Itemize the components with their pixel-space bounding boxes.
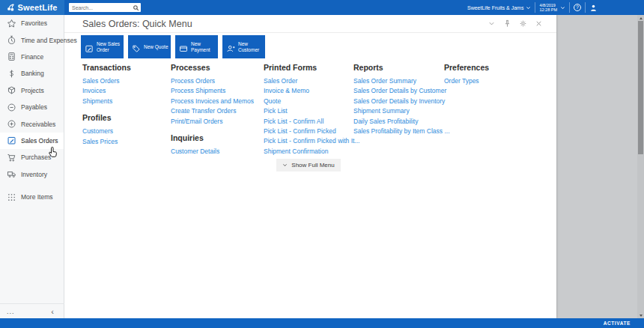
close-icon[interactable] bbox=[535, 19, 543, 28]
edit-icon bbox=[7, 136, 16, 145]
menu-column: ProcessesProcess OrdersProcess Shipments… bbox=[171, 63, 254, 163]
logo-text: SweetLife bbox=[17, 3, 57, 12]
tile-new-payment[interactable]: New Payment bbox=[175, 35, 218, 58]
sidebar-item-label: Payables bbox=[21, 103, 47, 111]
menu-section-title: Transactions bbox=[82, 63, 131, 72]
chevron-down-icon[interactable] bbox=[487, 19, 496, 28]
menu-link[interactable]: Customer Details bbox=[171, 147, 254, 157]
menu-link[interactable]: Pick List bbox=[264, 106, 359, 116]
tile-new-quote[interactable]: New Quote bbox=[128, 35, 171, 58]
cart-icon bbox=[7, 153, 16, 163]
gear-icon[interactable] bbox=[519, 19, 527, 28]
menu-link[interactable]: Print/Email Orders bbox=[171, 117, 254, 127]
scroll-up-icon[interactable] bbox=[637, 15, 644, 21]
show-full-menu-button[interactable]: Show Full Menu bbox=[276, 159, 341, 171]
datetime-selector[interactable]: 4/8/201912:28 PM bbox=[539, 3, 565, 12]
menu-link[interactable]: Process Invoices and Memos bbox=[171, 97, 254, 106]
menu-link[interactable]: Customers bbox=[82, 127, 131, 136]
sidebar-item-label: Projects bbox=[21, 87, 44, 94]
sidebar-item-more-items[interactable]: More Items bbox=[0, 189, 64, 205]
sidebar-item-favorites[interactable]: Favorites bbox=[0, 15, 64, 31]
menu-link[interactable]: Invoices bbox=[82, 86, 131, 96]
sidebar-item-payables[interactable]: Payables bbox=[0, 99, 64, 115]
company-name: SweetLife Fruits & Jams bbox=[467, 5, 523, 10]
scrollbar-thumb[interactable] bbox=[638, 21, 643, 154]
collapse-sidebar-icon[interactable]: ‹ bbox=[51, 307, 54, 316]
clock-icon bbox=[7, 35, 16, 45]
quick-menu-panel: Sales Orders: Quick Menu New Sales Order… bbox=[64, 15, 556, 318]
time-text: 12:28 PM bbox=[539, 7, 557, 12]
menu-section-profiles: ProfilesCustomersSales Prices bbox=[82, 113, 131, 147]
tile-new-customer[interactable]: New Customer bbox=[222, 35, 265, 58]
sidebar-item-time-and-expenses[interactable]: Time and Expenses bbox=[0, 31, 64, 48]
tile-label: New Quote bbox=[144, 44, 168, 50]
sidebar-item-sales-orders[interactable]: Sales Orders bbox=[0, 133, 64, 149]
minus-circle-icon bbox=[7, 103, 16, 112]
grid-icon bbox=[7, 192, 16, 202]
more-options-icon[interactable]: ... bbox=[7, 308, 15, 315]
menu-link[interactable]: Shipment Summary bbox=[353, 106, 450, 116]
menu-link[interactable]: Shipments bbox=[82, 97, 131, 106]
menu-link[interactable]: Process Orders bbox=[171, 76, 254, 86]
sidebar-item-finance[interactable]: Finance bbox=[0, 49, 64, 65]
divider bbox=[535, 2, 535, 13]
user-plus-icon bbox=[226, 43, 235, 52]
menu-link[interactable]: Process Shipments bbox=[171, 86, 254, 96]
company-selector[interactable]: SweetLife Fruits & Jams bbox=[467, 5, 531, 10]
menu-link[interactable]: Pick List - Confirm Picked with It... bbox=[264, 136, 359, 146]
menu-section-title: Processes bbox=[171, 63, 254, 72]
menu-link[interactable]: Quote bbox=[264, 97, 359, 106]
menu-link[interactable]: Sales Prices bbox=[82, 137, 131, 147]
menu-section-inquiries: InquiriesCustomer Details bbox=[171, 133, 254, 157]
sidebar-item-receivables[interactable]: Receivables bbox=[0, 115, 64, 132]
sidebar-item-label: Sales Orders bbox=[21, 137, 58, 145]
plus-circle-icon bbox=[7, 119, 16, 129]
pin-icon[interactable] bbox=[503, 19, 511, 28]
menu-link[interactable]: Sales Profitability by Item Class ... bbox=[353, 127, 450, 136]
topbar-right: SweetLife Fruits & Jams 4/8/201912:28 PM… bbox=[467, 0, 644, 15]
menu-link[interactable]: Create Transfer Orders bbox=[171, 106, 254, 116]
app-logo[interactable]: SweetLife bbox=[0, 0, 64, 15]
menu-link[interactable]: Sales Order bbox=[264, 76, 359, 86]
sidebar-item-banking[interactable]: Banking bbox=[0, 65, 64, 82]
edit-icon bbox=[85, 43, 94, 52]
menu-section-processes: ProcessesProcess OrdersProcess Shipments… bbox=[171, 63, 254, 127]
menu-section-reports: ReportsSales Order SummarySales Order De… bbox=[353, 63, 450, 136]
help-icon[interactable]: ? bbox=[574, 4, 581, 11]
scroll-down-icon[interactable] bbox=[637, 312, 644, 318]
menu-link[interactable]: Shipment Confirmation bbox=[264, 147, 359, 157]
menu-link[interactable]: Invoice & Memo bbox=[264, 86, 359, 96]
chevron-down-icon bbox=[526, 5, 531, 10]
sidebar-item-inventory[interactable]: Inventory bbox=[0, 166, 64, 183]
activate-button[interactable]: ACTIVATE bbox=[604, 321, 631, 326]
tile-new-sales-order[interactable]: New Sales Order bbox=[81, 35, 124, 58]
menu-link[interactable]: Pick List - Confirm Picked bbox=[264, 127, 359, 136]
sidebar: FavoritesTime and ExpensesFinanceBanking… bbox=[0, 15, 64, 318]
menu-link[interactable]: Sales Orders bbox=[82, 76, 131, 86]
menu-link[interactable]: Sales Order Details by Inventory bbox=[353, 97, 450, 106]
sidebar-item-purchases[interactable]: Purchases bbox=[0, 149, 64, 165]
divider bbox=[569, 2, 570, 13]
menu-link[interactable]: Sales Order Details by Customer bbox=[353, 86, 450, 96]
menu-link[interactable]: Pick List - Confirm All bbox=[264, 117, 359, 127]
sidebar-item-label: More Items bbox=[21, 193, 53, 201]
tile-label: New Customer bbox=[238, 41, 264, 52]
user-icon[interactable] bbox=[589, 4, 598, 12]
show-full-menu-label: Show Full Menu bbox=[291, 162, 334, 168]
menu-section-title: Preferences bbox=[444, 63, 489, 72]
top-bar: SweetLife SweetLife Fruits & Jams 4/8/20… bbox=[0, 0, 644, 15]
menu-link[interactable]: Daily Sales Profitability bbox=[353, 117, 450, 127]
menu-link[interactable]: Order Types bbox=[444, 76, 489, 86]
search-input[interactable] bbox=[69, 5, 129, 10]
menu-section-transactions: TransactionsSales OrdersInvoicesShipment… bbox=[82, 63, 131, 106]
sidebar-item-label: Finance bbox=[21, 53, 43, 61]
sidebar-nav: FavoritesTime and ExpensesFinanceBanking… bbox=[0, 15, 64, 205]
sidebar-item-projects[interactable]: Projects bbox=[0, 82, 64, 99]
sidebar-item-label: Favorites bbox=[21, 19, 47, 27]
menu-column: Printed FormsSales OrderInvoice & MemoQu… bbox=[264, 63, 359, 163]
menu-link[interactable]: Sales Order Summary bbox=[353, 76, 450, 86]
search-box[interactable] bbox=[69, 3, 141, 12]
chevron-down-icon bbox=[282, 163, 288, 168]
vertical-scrollbar[interactable] bbox=[637, 15, 644, 318]
tile-label: New Sales Order bbox=[97, 41, 122, 52]
